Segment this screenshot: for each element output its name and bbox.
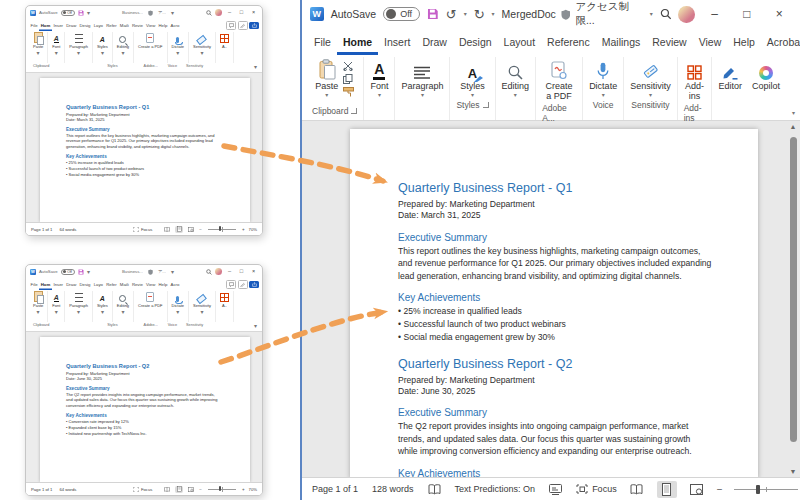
zoom-slider-thumb[interactable]	[219, 226, 221, 231]
tab-draw[interactable]: Draw	[65, 279, 78, 290]
editing-button[interactable]: Editing▾	[113, 291, 134, 322]
tab-view[interactable]: View	[144, 279, 156, 290]
word-count[interactable]: 64 words	[59, 487, 76, 492]
zoom-out-button[interactable]: −	[199, 227, 202, 232]
avatar[interactable]	[678, 6, 695, 23]
tab-mailings[interactable]: Maili	[118, 279, 130, 290]
share-button[interactable]	[249, 22, 259, 29]
maximize-button[interactable]: □	[734, 8, 759, 20]
zoom-level[interactable]: 70%	[249, 487, 257, 492]
tab-insert[interactable]: Insert	[378, 30, 416, 55]
tab-mailings[interactable]: Mailings	[596, 30, 647, 55]
document-title[interactable]: MergedDoc	[502, 8, 556, 20]
tab-file[interactable]: File	[29, 279, 39, 290]
close-button[interactable]: ×	[767, 8, 792, 20]
tab-design[interactable]: Desig	[78, 279, 92, 290]
zoom-slider-thumb[interactable]	[756, 485, 760, 494]
tab-acrobat[interactable]: Acro	[169, 279, 181, 290]
chevron-down-icon[interactable]: ▾	[171, 10, 174, 16]
maximize-button[interactable]: □	[237, 10, 246, 16]
tab-layout[interactable]: Layo	[92, 20, 105, 31]
chevron-down-icon[interactable]: ▾	[171, 269, 174, 275]
page-indicator[interactable]: Page 1 of 1	[312, 484, 358, 494]
add-ins-button[interactable]: A..	[216, 32, 234, 63]
web-layout-button[interactable]	[187, 486, 195, 493]
print-layout-button[interactable]	[175, 486, 183, 493]
zoom-slider[interactable]	[208, 229, 236, 230]
tab-design[interactable]: Design	[453, 30, 498, 55]
save-icon[interactable]	[78, 269, 84, 275]
zoom-slider[interactable]	[734, 489, 798, 490]
copy-icon[interactable]	[343, 74, 353, 84]
paste-button[interactable]: Paste▾	[29, 291, 48, 322]
styles-button[interactable]: AStyles▾	[93, 32, 113, 63]
ribbon-collapse-icon[interactable]: ▾	[254, 323, 257, 329]
scroll-up-icon[interactable]: ▲	[788, 123, 798, 130]
scrollbar[interactable]: ▲ ▼	[787, 123, 799, 475]
editing-mode-button[interactable]	[549, 484, 562, 495]
font-button[interactable]: AFont▾	[48, 32, 65, 63]
ribbon-collapse-icon[interactable]: ▾	[792, 110, 795, 116]
styles-button[interactable]: AStyles▾	[93, 291, 113, 322]
ribbon-collapse-icon[interactable]: ▾	[254, 64, 257, 70]
search-icon[interactable]	[206, 269, 212, 275]
sensitivity-button[interactable]: Sensitivity▾	[189, 32, 216, 63]
draw-button[interactable]	[238, 280, 248, 289]
zoom-out-button[interactable]: −	[199, 487, 202, 492]
chevron-down-icon[interactable]: ▾	[650, 11, 653, 17]
dialog-launcher-icon[interactable]	[351, 108, 357, 114]
tab-home[interactable]: Home	[337, 30, 378, 55]
word-count[interactable]: 64 words	[59, 227, 76, 232]
avatar[interactable]	[215, 9, 222, 16]
chevron-down-icon[interactable]: ▾	[464, 11, 467, 17]
chevron-down-icon[interactable]: ▾	[87, 10, 90, 16]
dialog-launcher-icon[interactable]	[483, 102, 489, 108]
minimize-button[interactable]: –	[225, 269, 234, 275]
tab-references[interactable]: Refer	[105, 20, 119, 31]
zoom-in-button[interactable]: +	[242, 227, 245, 232]
tab-help[interactable]: Help	[157, 20, 169, 31]
close-button[interactable]: ×	[249, 269, 258, 275]
search-icon[interactable]	[206, 10, 212, 16]
focus-button[interactable]: Focus	[133, 227, 152, 232]
tab-file[interactable]: File	[308, 30, 337, 55]
paragraph-button[interactable]: Paragraph▾	[65, 291, 93, 322]
avatar[interactable]	[215, 268, 222, 275]
close-button[interactable]: ×	[249, 10, 258, 16]
tab-insert[interactable]: Inser	[52, 279, 65, 290]
print-layout-button[interactable]	[657, 481, 677, 498]
cut-icon[interactable]	[343, 61, 353, 71]
zoom-slider[interactable]	[208, 489, 236, 490]
tab-references[interactable]: Referenc	[541, 30, 596, 55]
tab-insert[interactable]: Inser	[52, 20, 65, 31]
tab-draw[interactable]: Draw	[416, 30, 453, 55]
document-page[interactable]: Quarterly Business Report - Q2 Prepared …	[40, 337, 250, 482]
tab-layout[interactable]: Layo	[92, 279, 105, 290]
tab-help[interactable]: Help	[727, 30, 761, 55]
add-ins-button[interactable]: Add-ins	[684, 58, 706, 101]
font-button[interactable]: AFont▾	[48, 291, 65, 322]
draw-button[interactable]	[238, 21, 248, 30]
minimize-button[interactable]: –	[225, 10, 234, 16]
tab-view[interactable]: View	[144, 20, 156, 31]
create-pdf-button[interactable]: Create a PDF	[134, 291, 167, 322]
tab-review[interactable]: Review	[646, 30, 692, 55]
page-indicator[interactable]: Page 1 of 1	[31, 227, 52, 232]
create-pdf-button[interactable]: Create a PDF	[542, 58, 576, 101]
paste-button[interactable]: Paste▾	[315, 58, 338, 98]
tab-file[interactable]: File	[29, 20, 39, 31]
redo-icon[interactable]: ↻	[474, 8, 485, 21]
tab-draw[interactable]: Draw	[65, 20, 78, 31]
document-page[interactable]: Quarterly Business Report - Q1 Prepared …	[40, 78, 250, 222]
tab-review[interactable]: Revie	[130, 20, 144, 31]
editor-button[interactable]: Editor	[718, 58, 742, 91]
sensitivity-button[interactable]: Sensitivity▾	[189, 291, 216, 322]
tab-help[interactable]: Help	[157, 279, 169, 290]
tab-layout[interactable]: Layout	[498, 30, 542, 55]
zoom-in-button[interactable]: +	[242, 487, 245, 492]
tab-design[interactable]: Desig	[78, 20, 92, 31]
tab-mailings[interactable]: Maili	[118, 20, 130, 31]
share-button[interactable]	[249, 281, 259, 288]
web-layout-button[interactable]	[687, 481, 707, 498]
focus-button[interactable]: Focus	[576, 484, 617, 494]
